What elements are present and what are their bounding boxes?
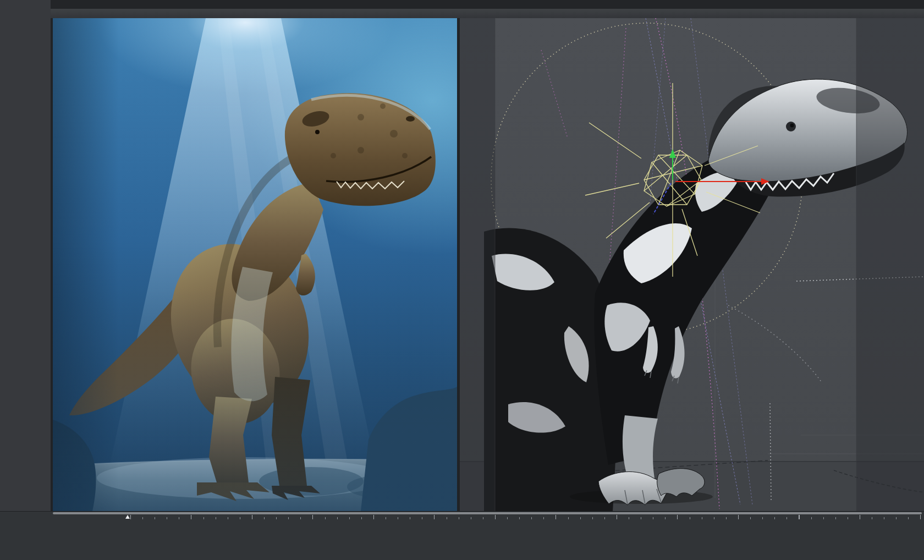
timeline-ruler[interactable] <box>108 514 923 519</box>
viewport-left-header <box>51 9 483 19</box>
shaded-viewport-scene <box>460 18 924 511</box>
sidebar <box>0 0 51 560</box>
viewport-left-canvas[interactable] <box>51 18 460 511</box>
tab-bar <box>51 0 924 9</box>
viewport-right-canvas[interactable] <box>460 18 924 511</box>
vpr-render-scene <box>53 18 457 511</box>
lightwave-layout-window <box>0 0 924 560</box>
viewport-right-header <box>483 9 924 19</box>
status-bar <box>0 511 924 560</box>
frame-marker[interactable] <box>125 515 130 519</box>
